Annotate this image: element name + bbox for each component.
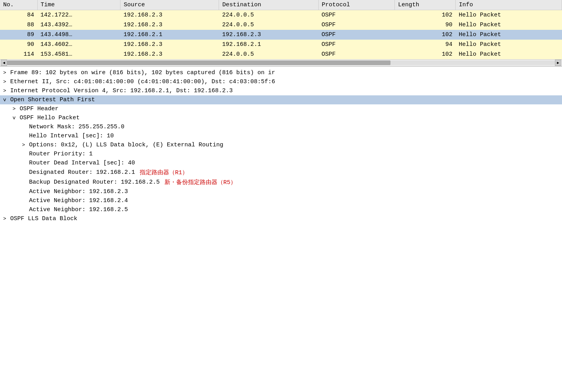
expander-icon[interactable]: > xyxy=(13,106,19,112)
cell-4: OSPF xyxy=(318,10,394,20)
cell-5: 102 xyxy=(395,49,456,59)
cell-5: 102 xyxy=(395,30,456,40)
detail-text: Frame 89: 102 bytes on wire (816 bits), … xyxy=(10,69,275,76)
detail-row-ipv4[interactable]: >Internet Protocol Version 4, Src: 192.1… xyxy=(0,86,562,95)
detail-text: Active Neighbor: 192.168.2.3 xyxy=(29,188,128,195)
cell-4: OSPF xyxy=(318,49,394,59)
detail-text: Internet Protocol Version 4, Src: 192.16… xyxy=(10,88,233,94)
detail-text: Network Mask: 255.255.255.0 xyxy=(29,124,124,130)
annotation-text: 指定路由器（R1） xyxy=(140,169,188,176)
cell-2: 192.168.2.3 xyxy=(120,10,219,20)
table-row[interactable]: 84142.1722…192.168.2.3224.0.0.5OSPF102He… xyxy=(0,10,562,20)
cell-0: 89 xyxy=(0,30,37,40)
cell-3: 224.0.0.5 xyxy=(219,20,318,30)
col-header-no: No. xyxy=(0,0,37,10)
table-row[interactable]: 90143.4602…192.168.2.3192.168.2.1OSPF94H… xyxy=(0,40,562,49)
cell-5: 94 xyxy=(395,40,456,49)
detail-row-hello-interval[interactable]: Hello Interval [sec]: 10 xyxy=(0,131,562,140)
cell-4: OSPF xyxy=(318,40,394,49)
cell-5: 102 xyxy=(395,10,456,20)
table-row[interactable]: 88143.4392…192.168.2.3224.0.0.5OSPF90Hel… xyxy=(0,20,562,30)
expander-icon[interactable]: > xyxy=(22,142,28,148)
cell-6: Hello Packet xyxy=(456,49,562,59)
cell-6: Hello Packet xyxy=(456,10,562,20)
cell-3: 224.0.0.5 xyxy=(219,49,318,59)
detail-row-backup-designated[interactable]: Backup Designated Router: 192.168.2.5新・备… xyxy=(0,177,562,187)
expander-icon[interactable]: > xyxy=(3,70,9,76)
expander-icon[interactable]: > xyxy=(3,79,9,85)
cell-2: 192.168.2.3 xyxy=(120,40,219,49)
detail-row-ospf-hello[interactable]: vOSPF Hello Packet xyxy=(0,113,562,122)
expander-icon[interactable]: > xyxy=(3,216,9,222)
cell-3: 224.0.0.5 xyxy=(219,10,318,20)
cell-1: 143.4602… xyxy=(37,40,120,49)
detail-text: Designated Router: 192.168.2.1 xyxy=(29,169,135,176)
scroll-right-arrow[interactable]: ▶ xyxy=(555,60,561,66)
detail-row-ethernet[interactable]: >Ethernet II, Src: c4:01:08:41:00:00 (c4… xyxy=(0,77,562,86)
scrollbar-thumb[interactable] xyxy=(7,60,390,65)
col-header-length: Length xyxy=(395,0,456,10)
packet-table: No. Time Source Destination Protocol Len… xyxy=(0,0,562,59)
detail-row-router-dead[interactable]: Router Dead Interval [sec]: 40 xyxy=(0,159,562,168)
expander-icon[interactable]: v xyxy=(13,115,19,121)
annotation-text: 新・备份指定路由器（R5） xyxy=(164,179,236,186)
col-header-destination: Destination xyxy=(219,0,318,10)
cell-2: 192.168.2.3 xyxy=(120,20,219,30)
table-row[interactable]: 114153.4581…192.168.2.3224.0.0.5OSPF102H… xyxy=(0,49,562,59)
cell-6: Hello Packet xyxy=(456,30,562,40)
cell-0: 114 xyxy=(0,49,37,59)
detail-row-options[interactable]: >Options: 0x12, (L) LLS Data block, (E) … xyxy=(0,140,562,150)
detail-text: Open Shortest Path First xyxy=(10,97,95,103)
detail-text: Hello Interval [sec]: 10 xyxy=(29,133,114,139)
table-row[interactable]: 89143.4498…192.168.2.1192.168.2.3OSPF102… xyxy=(0,30,562,40)
detail-row-active-neighbor-3[interactable]: Active Neighbor: 192.168.2.3 xyxy=(0,187,562,196)
detail-text: Ethernet II, Src: c4:01:08:41:00:00 (c4:… xyxy=(10,78,275,85)
expander-icon[interactable]: > xyxy=(3,88,9,94)
detail-text: Router Dead Interval [sec]: 40 xyxy=(29,160,135,166)
cell-4: OSPF xyxy=(318,20,394,30)
detail-row-designated-router[interactable]: Designated Router: 192.168.2.1指定路由器（R1） xyxy=(0,168,562,177)
detail-row-ospf[interactable]: vOpen Shortest Path First xyxy=(0,95,562,104)
detail-text: Router Priority: 1 xyxy=(29,151,93,157)
detail-text: Active Neighbor: 192.168.2.4 xyxy=(29,197,128,204)
cell-0: 88 xyxy=(0,20,37,30)
detail-text: OSPF Header xyxy=(20,106,58,112)
cell-1: 143.4498… xyxy=(37,30,120,40)
detail-text: Backup Designated Router: 192.168.2.5 xyxy=(29,179,160,186)
cell-2: 192.168.2.1 xyxy=(120,30,219,40)
cell-5: 90 xyxy=(395,20,456,30)
detail-row-frame[interactable]: >Frame 89: 102 bytes on wire (816 bits),… xyxy=(0,68,562,77)
cell-1: 153.4581… xyxy=(37,49,120,59)
cell-0: 90 xyxy=(0,40,37,49)
detail-text: OSPF LLS Data Block xyxy=(10,215,77,222)
cell-2: 192.168.2.3 xyxy=(120,49,219,59)
cell-1: 142.1722… xyxy=(37,10,120,20)
cell-6: Hello Packet xyxy=(456,20,562,30)
cell-6: Hello Packet xyxy=(456,40,562,49)
cell-3: 192.168.2.1 xyxy=(219,40,318,49)
table-header-row: No. Time Source Destination Protocol Len… xyxy=(0,0,562,10)
detail-text: OSPF Hello Packet xyxy=(20,115,80,121)
detail-row-router-priority[interactable]: Router Priority: 1 xyxy=(0,150,562,159)
cell-1: 143.4392… xyxy=(37,20,120,30)
detail-row-ospf-lls[interactable]: >OSPF LLS Data Block xyxy=(0,214,562,223)
detail-row-active-neighbor-5[interactable]: Active Neighbor: 192.168.2.5 xyxy=(0,205,562,214)
detail-text: Active Neighbor: 192.168.2.5 xyxy=(29,206,128,213)
detail-text: Options: 0x12, (L) LLS Data block, (E) E… xyxy=(29,142,223,148)
scrollbar-track[interactable] xyxy=(7,60,555,65)
horizontal-scrollbar[interactable]: ◀ ▶ xyxy=(0,59,562,66)
detail-row-active-neighbor-4[interactable]: Active Neighbor: 192.168.2.4 xyxy=(0,196,562,205)
col-header-info: Info xyxy=(456,0,562,10)
detail-row-network-mask[interactable]: Network Mask: 255.255.255.0 xyxy=(0,122,562,131)
expander-icon[interactable]: v xyxy=(3,97,9,103)
cell-0: 84 xyxy=(0,10,37,20)
cell-3: 192.168.2.3 xyxy=(219,30,318,40)
scroll-left-arrow[interactable]: ◀ xyxy=(1,60,7,66)
detail-row-ospf-header[interactable]: >OSPF Header xyxy=(0,104,562,113)
col-header-time: Time xyxy=(37,0,120,10)
col-header-protocol: Protocol xyxy=(318,0,394,10)
col-header-source: Source xyxy=(120,0,219,10)
detail-panel: >Frame 89: 102 bytes on wire (816 bits),… xyxy=(0,67,562,225)
cell-4: OSPF xyxy=(318,30,394,40)
